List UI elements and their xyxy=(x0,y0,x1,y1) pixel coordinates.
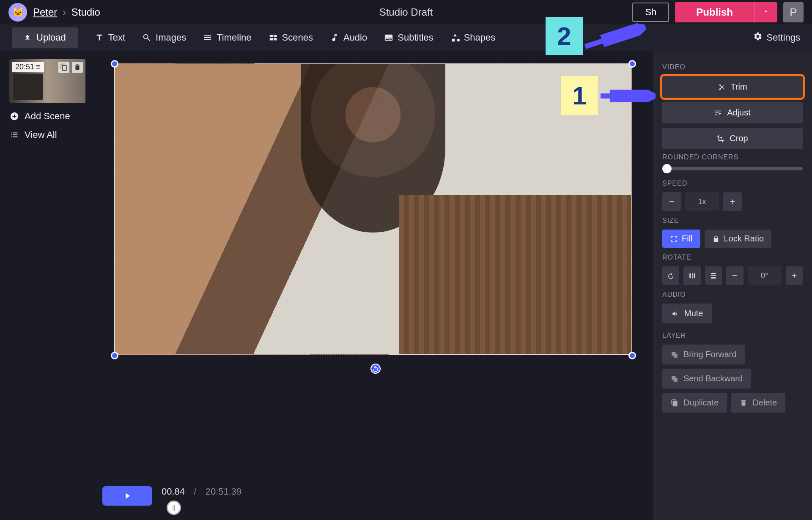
fill-label: Fill xyxy=(682,234,693,244)
resize-handle-bl[interactable] xyxy=(111,352,118,359)
avatar[interactable]: P xyxy=(783,2,804,22)
send-backward-button[interactable]: Send Backward xyxy=(662,369,751,389)
subtitles-icon xyxy=(384,33,393,42)
tool-subtitles[interactable]: Subtitles xyxy=(384,32,433,43)
rotate-handle[interactable] xyxy=(370,364,381,374)
bring-forward-label: Bring Forward xyxy=(683,350,737,359)
upload-button[interactable]: Upload xyxy=(12,27,78,48)
adjust-button[interactable]: Adjust xyxy=(662,102,803,123)
annotation-step-2: 2 xyxy=(546,17,583,55)
view-all-link[interactable]: View All xyxy=(9,129,96,140)
publish-dropdown[interactable] xyxy=(754,2,777,22)
timecode: 00.84 / 20:51.39 xyxy=(162,486,484,497)
settings-label: Settings xyxy=(767,32,801,43)
app-logo[interactable]: 🐱 xyxy=(8,3,27,22)
scene-duration-badge: 20:51 ≡ xyxy=(12,62,44,72)
scene-thumbnail[interactable]: 20:51 ≡ xyxy=(9,59,85,103)
list-icon xyxy=(9,130,19,140)
tool-images[interactable]: Images xyxy=(142,32,186,43)
trim-label: Trim xyxy=(730,82,747,92)
flip-v-icon xyxy=(710,272,717,279)
trim-button[interactable]: Trim xyxy=(662,76,803,98)
tool-audio[interactable]: Audio xyxy=(330,32,367,43)
duplicate-label: Duplicate xyxy=(683,398,719,408)
tool-timeline[interactable]: Timeline xyxy=(203,32,251,43)
rounded-corners-slider[interactable] xyxy=(662,167,803,170)
video-canvas[interactable] xyxy=(114,63,632,355)
duplicate-button[interactable]: Duplicate xyxy=(662,393,727,413)
chevron-right-icon: › xyxy=(63,6,66,18)
adjust-label: Adjust xyxy=(727,108,751,118)
timeline-icon xyxy=(203,33,212,42)
view-all-label: View All xyxy=(25,129,57,140)
crop-button[interactable]: Crop xyxy=(662,128,803,149)
share-button[interactable]: Sh xyxy=(632,3,669,22)
speed-decrease-button[interactable] xyxy=(662,192,681,211)
angle-increase-button[interactable] xyxy=(786,266,803,285)
shapes-icon xyxy=(450,33,460,42)
tool-subtitles-label: Subtitles xyxy=(398,32,433,43)
resize-handle-tl[interactable] xyxy=(111,60,118,68)
lock-icon xyxy=(712,235,720,243)
scenes-icon xyxy=(269,33,278,42)
rounded-section-label: ROUNDED CORNERS xyxy=(662,153,803,161)
timeline-thumb[interactable]: || xyxy=(167,501,181,515)
tool-scenes-label: Scenes xyxy=(282,32,313,43)
slider-thumb[interactable] xyxy=(662,164,672,173)
annotation-step-1: 1 xyxy=(561,76,598,115)
angle-decrease-button[interactable] xyxy=(726,266,743,285)
crop-icon xyxy=(717,135,724,142)
plus-icon xyxy=(790,272,798,279)
publish-button[interactable]: Publish xyxy=(675,2,754,22)
mute-label: Mute xyxy=(684,309,703,318)
copy-icon xyxy=(671,399,678,407)
resize-handle-tr[interactable] xyxy=(628,60,636,68)
tool-text-label: Text xyxy=(108,32,125,43)
tool-scenes[interactable]: Scenes xyxy=(269,32,313,43)
text-icon xyxy=(95,33,104,42)
breadcrumb-user[interactable]: Peter xyxy=(33,6,57,18)
plus-circle-icon xyxy=(9,111,19,121)
fill-button[interactable]: Fill xyxy=(662,230,700,248)
bars-icon: ≡ xyxy=(36,63,41,71)
expand-icon xyxy=(670,235,678,243)
bring-forward-icon xyxy=(671,351,678,359)
project-title[interactable]: Studio Draft xyxy=(379,6,433,18)
add-scene-link[interactable]: Add Scene xyxy=(9,111,96,122)
settings-link[interactable]: Settings xyxy=(753,32,801,44)
lock-ratio-button[interactable]: Lock Ratio xyxy=(705,230,772,248)
time-current: 00.84 xyxy=(162,486,185,497)
volume-icon xyxy=(672,310,679,317)
search-icon xyxy=(142,33,151,42)
tool-shapes[interactable]: Shapes xyxy=(450,32,496,43)
add-scene-label: Add Scene xyxy=(25,111,70,122)
angle-value: 0° xyxy=(748,266,782,285)
time-total: 20:51.39 xyxy=(206,486,242,497)
minus-icon xyxy=(668,198,675,205)
bring-forward-button[interactable]: Bring Forward xyxy=(662,345,745,364)
plus-icon xyxy=(729,198,736,205)
breadcrumb-section[interactable]: Studio xyxy=(71,6,100,18)
flip-horizontal-button[interactable] xyxy=(683,266,700,285)
rotate-cw-button[interactable] xyxy=(662,266,679,285)
speed-increase-button[interactable] xyxy=(723,192,742,211)
delete-scene-icon[interactable] xyxy=(72,62,83,73)
flip-vertical-button[interactable] xyxy=(705,266,722,285)
chevron-down-icon xyxy=(762,8,770,15)
duplicate-scene-icon[interactable] xyxy=(58,62,69,73)
delete-button[interactable]: Delete xyxy=(731,393,785,413)
flip-h-icon xyxy=(689,272,696,279)
rotate-icon xyxy=(372,365,379,372)
tool-text[interactable]: Text xyxy=(95,32,125,43)
play-button[interactable] xyxy=(102,486,152,506)
layer-section-label: LAYER xyxy=(662,332,803,339)
upload-label: Upload xyxy=(36,32,66,43)
scene-duration-text: 20:51 xyxy=(15,63,34,71)
mute-button[interactable]: Mute xyxy=(662,304,712,323)
size-section-label: SIZE xyxy=(662,217,803,224)
speed-section-label: SPEED xyxy=(662,180,803,187)
resize-handle-br[interactable] xyxy=(628,352,636,359)
tool-timeline-label: Timeline xyxy=(217,32,251,43)
upload-icon xyxy=(24,34,31,41)
audio-section-label: AUDIO xyxy=(662,291,803,298)
